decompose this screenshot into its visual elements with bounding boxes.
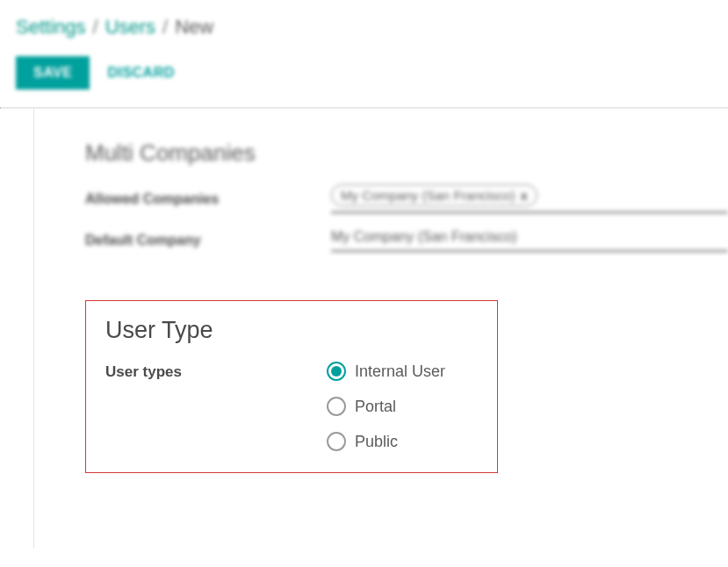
radio-unselected-icon — [327, 397, 346, 416]
breadcrumb-separator: / — [162, 16, 168, 39]
breadcrumb-settings[interactable]: Settings — [16, 16, 86, 39]
radio-portal[interactable]: Portal — [327, 397, 445, 416]
multi-companies-section: Multi Companies Allowed Companies My Com… — [85, 140, 728, 252]
default-company-value: My Company (San Francisco) — [331, 229, 517, 244]
radio-portal-label: Portal — [355, 398, 396, 416]
breadcrumb: Settings / Users / New — [16, 16, 712, 39]
radio-selected-icon — [327, 362, 346, 381]
default-company-field[interactable]: My Company (San Francisco) — [331, 229, 728, 252]
radio-unselected-icon — [327, 432, 346, 451]
allowed-companies-label: Allowed Companies — [85, 191, 331, 207]
tag-remove-icon[interactable]: x — [520, 188, 527, 203]
radio-internal-user[interactable]: Internal User — [327, 362, 445, 381]
company-tag[interactable]: My Company (San Francisco) x — [331, 184, 537, 206]
radio-dot-icon — [331, 366, 342, 377]
discard-button[interactable]: DISCARD — [107, 65, 174, 81]
radio-internal-label: Internal User — [355, 362, 445, 381]
breadcrumb-current: New — [175, 16, 213, 39]
breadcrumb-users[interactable]: Users — [105, 16, 155, 39]
user-types-label: User types — [105, 362, 327, 381]
multi-companies-title: Multi Companies — [85, 140, 728, 167]
default-company-label: Default Company — [85, 233, 331, 248]
allowed-companies-field[interactable]: My Company (San Francisco) x — [331, 184, 728, 213]
action-bar: SAVE DISCARD — [16, 56, 712, 90]
breadcrumb-separator: / — [93, 16, 98, 39]
user-type-section: User Type User types Internal User Porta… — [85, 300, 498, 473]
save-button[interactable]: SAVE — [16, 56, 90, 90]
user-type-radio-group: Internal User Portal Public — [327, 362, 445, 451]
user-type-title: User Type — [105, 317, 478, 344]
radio-public-label: Public — [355, 433, 398, 451]
company-tag-label: My Company (San Francisco) — [341, 188, 515, 203]
radio-public[interactable]: Public — [327, 432, 445, 451]
